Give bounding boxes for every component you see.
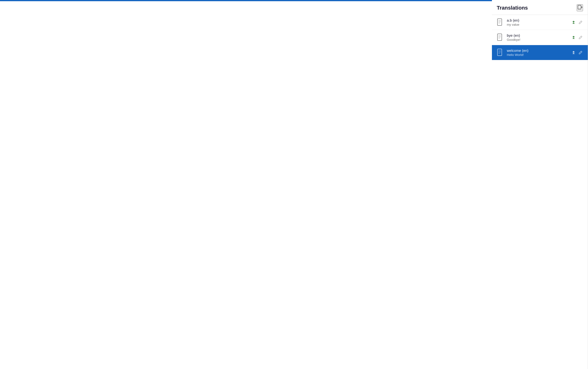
item-content-ab-en: a.b (en) my value [507, 18, 571, 26]
sidebar-item-welcome-en[interactable]: welcome (en) Hello World! [492, 45, 588, 60]
item-title-ab-en: a.b (en) [507, 18, 571, 22]
svg-rect-3 [497, 19, 502, 25]
top-bar [0, 0, 492, 1]
pin-button-bye-en[interactable] [571, 35, 576, 40]
item-subtitle-bye-en: Goodbye! [507, 38, 571, 41]
sidebar-item-bye-en[interactable]: bye (en) Goodbye! [492, 30, 588, 45]
item-subtitle-welcome-en: Hello World! [507, 53, 571, 57]
edit-button-bye-en[interactable] [578, 35, 583, 40]
item-subtitle-ab-en: my value [507, 23, 571, 26]
pin-button-welcome-en[interactable] [571, 50, 576, 55]
item-actions-bye-en [571, 35, 583, 40]
item-actions-ab-en [571, 20, 583, 25]
new-translation-button[interactable] [577, 4, 583, 11]
edit-button-ab-en[interactable] [578, 20, 583, 25]
item-icon-bye-en [497, 33, 504, 41]
item-actions-welcome-en [571, 50, 583, 55]
item-title-welcome-en: welcome (en) [507, 49, 571, 52]
sidebar-item-ab-en[interactable]: a.b (en) my value [492, 15, 588, 30]
edit-button-welcome-en[interactable] [578, 50, 583, 55]
sidebar-title: Translations [497, 5, 528, 11]
sidebar-header: Translations [492, 0, 588, 15]
item-content-welcome-en: welcome (en) Hello World! [507, 49, 571, 57]
item-icon-welcome-en [497, 49, 504, 57]
svg-rect-9 [497, 34, 502, 40]
item-title-bye-en: bye (en) [507, 33, 571, 37]
item-content-bye-en: bye (en) Goodbye! [507, 33, 571, 41]
item-icon-ab-en [497, 18, 504, 26]
sidebar: Translations a.b (en) my value [492, 0, 588, 369]
pin-button-ab-en[interactable] [571, 20, 576, 25]
svg-rect-0 [578, 5, 581, 9]
sidebar-items-list: a.b (en) my value [492, 15, 588, 369]
svg-rect-15 [497, 49, 502, 56]
